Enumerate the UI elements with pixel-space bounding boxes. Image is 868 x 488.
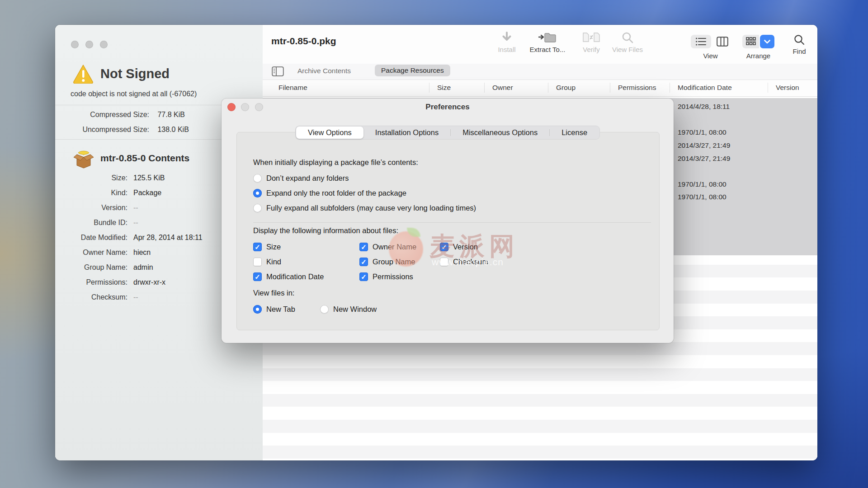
watermark-url: www.macpie.cn bbox=[432, 257, 504, 267]
uncompressed-size-row: Uncompressed Size: 138.0 KiB bbox=[55, 126, 189, 134]
checkbox-checked-icon[interactable] bbox=[253, 272, 262, 281]
table-header: Filename Size Owner Group Permissions Mo… bbox=[263, 80, 817, 97]
tab-license[interactable]: License bbox=[550, 127, 599, 139]
view-as-columns-button[interactable] bbox=[715, 35, 730, 48]
extract-folder-icon bbox=[538, 31, 557, 44]
document-title: mtr-0.85-0.pkg bbox=[271, 36, 336, 47]
find-button[interactable]: Find bbox=[786, 34, 813, 55]
view-files-search-icon bbox=[621, 31, 634, 44]
watermark: 麦派网 www.macpie.cn bbox=[382, 226, 572, 276]
display-section-label: Display the following information about … bbox=[253, 226, 398, 235]
radio-icon[interactable] bbox=[320, 305, 329, 314]
radio-new-window[interactable]: New Window bbox=[320, 305, 377, 314]
verify-documents-icon bbox=[582, 31, 601, 44]
zoom-button[interactable] bbox=[100, 41, 108, 48]
arrange-grid-icon bbox=[746, 37, 756, 46]
preferences-dialog: Preferences View Options Installation Op… bbox=[222, 99, 674, 343]
divider bbox=[253, 222, 651, 223]
tab-archive-contents[interactable]: Archive Contents bbox=[297, 67, 351, 75]
tab-installation-options[interactable]: Installation Options bbox=[363, 127, 450, 139]
checkbox-checked-icon[interactable] bbox=[253, 243, 262, 251]
radio-fully-expand[interactable]: Fully expand all subfolders (may cause v… bbox=[253, 204, 476, 212]
radio-icon[interactable] bbox=[253, 204, 262, 212]
tab-package-resources[interactable]: Package Resources bbox=[375, 65, 450, 76]
radio-icon[interactable] bbox=[253, 174, 262, 183]
column-header-permissions[interactable]: Permissions bbox=[618, 84, 656, 92]
column-header-version[interactable]: Version bbox=[776, 84, 799, 92]
uncompressed-size-value: 138.0 KiB bbox=[157, 126, 189, 133]
column-header-size[interactable]: Size bbox=[437, 84, 451, 92]
column-header-group[interactable]: Group bbox=[556, 84, 576, 92]
column-header-filename[interactable]: Filename bbox=[278, 84, 307, 92]
signing-status-detail: code object is not signed at all (-67062… bbox=[71, 90, 197, 98]
checkbox-checked-icon[interactable] bbox=[359, 272, 368, 281]
close-button[interactable] bbox=[71, 41, 79, 48]
checkbox-modification-date[interactable]: Modification Date bbox=[253, 272, 324, 281]
arrange-label: Arrange bbox=[742, 52, 774, 60]
radio-selected-icon[interactable] bbox=[253, 305, 262, 314]
radio-expand-root[interactable]: Expand only the root folder of the packa… bbox=[253, 189, 406, 197]
dialog-title: Preferences bbox=[222, 103, 674, 112]
preferences-tabs: View Options Installation Options Miscel… bbox=[222, 126, 674, 140]
view-as-list-button[interactable] bbox=[691, 35, 711, 48]
install-button: Install bbox=[489, 31, 525, 53]
expand-section-label: When initially displaying a package file… bbox=[253, 158, 418, 167]
compressed-size-row: Compressed Size: 77.8 KiB bbox=[55, 111, 185, 119]
arrange-dropdown-button[interactable] bbox=[760, 35, 774, 48]
radio-dont-expand[interactable]: Don’t expand any folders bbox=[253, 174, 349, 183]
checkbox-checked-icon[interactable] bbox=[359, 243, 368, 251]
checkbox-kind[interactable]: Kind bbox=[253, 258, 281, 266]
list-view-icon bbox=[696, 37, 707, 46]
arrange-button[interactable] bbox=[742, 35, 759, 48]
find-search-icon bbox=[793, 34, 805, 46]
signing-status-title: Not Signed bbox=[100, 66, 170, 81]
extract-to-button[interactable]: Extract To... bbox=[525, 31, 570, 53]
chevron-down-icon bbox=[764, 40, 770, 44]
minimize-button[interactable] bbox=[85, 41, 93, 48]
verify-button: Verify bbox=[573, 31, 609, 53]
radio-new-tab[interactable]: New Tab bbox=[253, 305, 295, 314]
column-header-owner[interactable]: Owner bbox=[492, 84, 513, 92]
uncompressed-size-label: Uncompressed Size: bbox=[55, 126, 149, 134]
warning-triangle-icon bbox=[72, 64, 94, 84]
checkbox-checked-icon[interactable] bbox=[359, 258, 368, 266]
compressed-size-value: 77.8 KiB bbox=[157, 111, 184, 118]
checkbox-size[interactable]: Size bbox=[253, 243, 281, 251]
content-tabstrip: Archive Contents Package Resources bbox=[263, 64, 817, 80]
view-files-section-label: View files in: bbox=[253, 289, 294, 297]
toggle-sidebar-icon[interactable] bbox=[272, 66, 284, 76]
view-label: View bbox=[691, 52, 730, 60]
install-arrow-icon bbox=[500, 31, 513, 44]
tab-miscellaneous-options[interactable]: Miscellaneous Options bbox=[451, 127, 549, 139]
tab-view-options[interactable]: View Options bbox=[296, 127, 363, 139]
watermark-apple-logo-icon bbox=[389, 231, 423, 267]
package-icon bbox=[72, 148, 95, 169]
column-header-modification-date[interactable]: Modification Date bbox=[678, 84, 732, 92]
radio-selected-icon[interactable] bbox=[253, 189, 262, 197]
columns-view-icon bbox=[717, 37, 728, 47]
compressed-size-label: Compressed Size: bbox=[55, 111, 149, 119]
view-files-button: View Files bbox=[607, 31, 648, 53]
package-contents-title: mtr-0.85-0 Contents bbox=[100, 153, 189, 164]
checkbox-unchecked-icon[interactable] bbox=[253, 258, 262, 266]
